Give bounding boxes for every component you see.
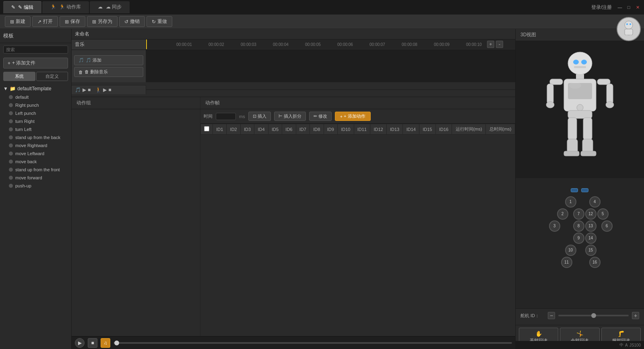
joint-12[interactable]: 12 [585, 208, 597, 220]
open-icon: ↗ [37, 19, 41, 25]
music-playback-button[interactable]: ♫ [101, 338, 110, 348]
action-lib-icon: 🏃 [50, 4, 56, 10]
servo-slider[interactable] [558, 315, 629, 316]
avatar [617, 17, 641, 41]
joint-diagram-panel: 1 4 2 7 12 5 3 8 13 6 9 14 10 15 11 [516, 178, 644, 308]
sidebar-item-move-leftward[interactable]: move Leftward [0, 150, 71, 158]
ruler-mark-8: 00:00:08 [402, 42, 417, 47]
zoom-out-button[interactable]: - [496, 41, 503, 48]
joint-4[interactable]: 4 [589, 196, 601, 208]
add-music-button[interactable]: 🎵 🎵 添加 [74, 55, 143, 65]
new-icon: ⊞ [10, 19, 14, 25]
title-bar: ✎ ✎ 编辑 🏃 🏃 动作库 ☁ ☁ 同步 登录/注册 — □ ✕ [0, 0, 644, 15]
sidebar-item-right-punch[interactable]: Right punch [0, 101, 71, 109]
play-button[interactable]: ▶ [75, 338, 85, 348]
joint-14[interactable]: 14 [585, 233, 597, 244]
undo-button[interactable]: ↺ 撤销 [119, 16, 145, 27]
joint-6[interactable]: 6 [601, 220, 613, 232]
redo-icon: ↻ [152, 19, 156, 25]
sidebar-item-push-up[interactable]: push-up [0, 182, 71, 190]
time-unit: ms [239, 114, 245, 119]
open-button[interactable]: ↗ 打开 [32, 16, 58, 27]
sidebar-item-move-back[interactable]: move back [0, 158, 71, 166]
stop-button[interactable]: ■ [88, 338, 97, 348]
servo-slider-minus[interactable]: − [548, 312, 555, 319]
sidebar-item-stand-front[interactable]: stand up from the front [0, 166, 71, 174]
music-section-label: 音乐 [75, 41, 85, 48]
insert-button[interactable]: ⊡ 插入 [248, 112, 271, 121]
zoom-in-button[interactable]: + [487, 41, 494, 48]
tree-folder-default[interactable]: ▼ 📁 defaultTemplate [0, 84, 71, 93]
col-checkbox[interactable] [201, 124, 213, 135]
status-item-version: JS100 [630, 343, 641, 347]
stop-transport-icon[interactable]: ■ [88, 87, 91, 93]
add-action-button[interactable]: + + 添加动作 [335, 112, 371, 121]
tab-edit[interactable]: ✎ ✎ 编辑 [3, 1, 41, 13]
save-button[interactable]: ⊞ 保存 [60, 16, 85, 27]
maximize-button[interactable]: □ [625, 4, 632, 10]
item-dot [9, 184, 13, 188]
joint-5[interactable]: 5 [597, 208, 609, 220]
play2-transport-icon[interactable]: ▶ [103, 87, 107, 93]
joint-8[interactable]: 8 [573, 220, 584, 232]
timeline-scrubber[interactable] [114, 342, 512, 344]
joint-7[interactable]: 7 [573, 208, 584, 220]
svg-point-11 [581, 60, 587, 64]
servo-id-label: 舵机 ID： [520, 313, 545, 319]
action-frame-panel: 时间 ms ⊡ 插入 ⊢ 插入折分 ✏ 修改 [200, 109, 515, 336]
saveas-button[interactable]: ⊞ 另存为 [87, 16, 118, 27]
play-transport-icon[interactable]: ▶ [83, 87, 86, 93]
sidebar-item-move-rightward[interactable]: move Rightward [0, 141, 71, 150]
sidebar-item-default[interactable]: default [0, 93, 71, 101]
sidebar-item-move-forward[interactable]: move forward [0, 174, 71, 182]
playhead[interactable] [146, 39, 147, 49]
action-section: 动作组 动作帧 时间 ms ⊡ 插入 [72, 97, 515, 349]
ruler-mark-2: 00:00:02 [208, 42, 224, 47]
joint-9[interactable]: 9 [573, 233, 584, 244]
action-group-label: 动作组 [72, 97, 200, 109]
joint-1[interactable]: 1 [565, 196, 576, 208]
tab-custom[interactable]: 自定义 [36, 72, 68, 81]
close-button[interactable]: ✕ [634, 4, 641, 10]
new-button[interactable]: ⊞ 新建 [5, 16, 31, 27]
col-id14: ID14 [403, 124, 419, 135]
ruler-mark-6: 00:00:06 [337, 42, 353, 47]
time-label: 时间 [204, 113, 213, 119]
time-input[interactable] [216, 113, 236, 120]
col-id16: ID16 [436, 124, 452, 135]
joint-16[interactable]: 16 [589, 257, 601, 268]
minimize-button[interactable]: — [617, 4, 623, 10]
tab-system[interactable]: 系统 [3, 72, 35, 81]
joint-3[interactable]: 3 [549, 220, 560, 232]
insert-fraction-button[interactable]: ⊢ 插入折分 [274, 112, 306, 121]
add-file-icon: + [8, 60, 10, 66]
sidebar-item-turn-right[interactable]: turn Right [0, 117, 71, 125]
joint-13[interactable]: 13 [585, 220, 597, 232]
tab-sync[interactable]: ☁ ☁ 同步 [90, 1, 130, 13]
stop-icon: ■ [91, 340, 94, 346]
select-all-checkbox[interactable] [204, 126, 209, 131]
joint-11[interactable]: 11 [561, 257, 572, 268]
svg-rect-26 [564, 151, 579, 156]
sidebar-item-stand-back[interactable]: stand up from the back [0, 133, 71, 141]
stop2-transport-icon[interactable]: ■ [108, 87, 111, 93]
sidebar-item-turn-left[interactable]: turn Left [0, 125, 71, 133]
servo-slider-plus[interactable]: + [632, 312, 639, 319]
add-file-button[interactable]: + + 添加文件 [3, 58, 68, 69]
col-id12: ID12 [370, 124, 387, 135]
status-item-lang: 中 [619, 342, 623, 348]
redo-button[interactable]: ↻ 重做 [147, 16, 172, 27]
project-name-label: 未命名 [75, 31, 89, 37]
modify-button[interactable]: ✏ 修改 [309, 112, 332, 121]
joint-15[interactable]: 15 [585, 245, 597, 256]
delete-music-button[interactable]: 🗑 🗑 删除音乐 [74, 67, 143, 77]
title-tabs: ✎ ✎ 编辑 🏃 🏃 动作库 ☁ ☁ 同步 [3, 1, 130, 13]
search-input[interactable] [3, 46, 68, 54]
joint-10[interactable]: 10 [565, 245, 576, 256]
joint-2[interactable]: 2 [557, 208, 568, 220]
transport-track[interactable] [146, 89, 515, 90]
window-controls: — □ ✕ [617, 4, 641, 10]
login-label[interactable]: 登录/注册 [591, 4, 612, 11]
tab-action-lib[interactable]: 🏃 🏃 动作库 [42, 1, 89, 13]
sidebar-item-left-punch[interactable]: Left punch [0, 109, 71, 117]
